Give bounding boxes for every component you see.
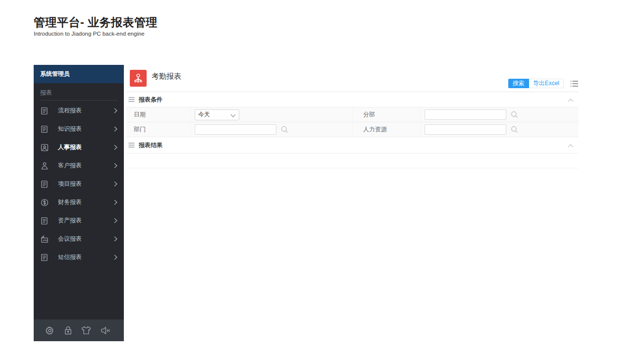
sidebar-item-customer-reports[interactable]: 客户报表 — [34, 156, 124, 175]
hr-label: 人力资源 — [363, 125, 387, 134]
sidebar-item-sms-reports[interactable]: 短信报表 — [34, 248, 124, 266]
date-select[interactable]: 今天 — [195, 109, 239, 120]
results-section-title: 报表结果 — [139, 141, 568, 150]
export-excel-button[interactable]: 导出Excel — [529, 79, 564, 88]
hr-input[interactable] — [425, 124, 506, 135]
collapse-chevron-up-icon[interactable] — [568, 95, 574, 104]
conditions-section-header[interactable]: 报表条件 — [126, 92, 579, 107]
main-content: 考勤报表 搜索 导出Excel 报表条件 日期 今天 — [126, 65, 579, 168]
chevron-right-icon — [114, 235, 117, 244]
hamburger-icon — [128, 141, 135, 150]
sidebar-spacer — [34, 266, 124, 319]
speaker-icon[interactable] — [101, 326, 112, 335]
lock-icon[interactable] — [64, 326, 72, 335]
branch-input[interactable] — [425, 109, 506, 120]
conditions-row-2: 部门 人力资源 — [126, 122, 579, 137]
hamburger-icon — [128, 95, 135, 104]
sidebar-footer — [34, 319, 124, 341]
document-icon — [40, 180, 49, 188]
chevron-right-icon — [114, 143, 117, 152]
chevron-right-icon — [114, 125, 117, 134]
document-icon — [40, 253, 49, 261]
list-view-icon[interactable] — [570, 80, 579, 87]
sidebar-item-meeting-reports[interactable]: 会议报表 — [34, 230, 124, 248]
chevron-right-icon — [114, 253, 117, 262]
chevron-right-icon — [114, 161, 117, 170]
document-icon — [40, 125, 49, 133]
sidebar-item-knowledge-reports[interactable]: 知识报表 — [34, 120, 124, 138]
department-label: 部门 — [134, 125, 146, 134]
magnifier-icon[interactable] — [281, 126, 288, 133]
page-subtitle: Introduction to Jiadong PC back-end engi… — [34, 31, 145, 37]
content-header: 考勤报表 搜索 导出Excel — [126, 65, 579, 92]
sidebar-menu: 流程报表 知识报表 人事报表 客户 — [34, 101, 124, 266]
document-icon — [40, 106, 49, 115]
sidebar-item-asset-reports[interactable]: 资产报表 — [34, 211, 124, 230]
results-section-header[interactable]: 报表结果 — [126, 137, 579, 154]
meeting-chart-icon — [40, 235, 49, 243]
page-title: 管理平台- 业务报表管理 — [34, 15, 158, 30]
magnifier-icon[interactable] — [511, 126, 518, 133]
person-badge-icon — [40, 143, 49, 152]
document-icon — [40, 216, 49, 225]
date-select-value: 今天 — [198, 110, 230, 119]
sidebar-item-project-reports[interactable]: 项目报表 — [34, 175, 124, 193]
report-title: 考勤报表 — [152, 72, 181, 81]
person-icon — [40, 161, 49, 170]
search-button[interactable]: 搜索 — [508, 79, 529, 88]
sidebar-item-finance-reports[interactable]: 财务报表 — [34, 193, 124, 211]
chevron-right-icon — [114, 198, 117, 207]
results-empty-area — [126, 154, 579, 168]
sidebar-section-label: 报表 — [34, 83, 124, 100]
magnifier-icon[interactable] — [511, 111, 518, 118]
conditions-section-title: 报表条件 — [139, 96, 568, 104]
app-window: 管理平台- 业务报表管理 Introduction to Jiadong PC … — [0, 0, 644, 362]
sidebar-item-hr-reports[interactable]: 人事报表 — [34, 138, 124, 156]
dollar-circle-icon — [40, 198, 49, 207]
chevron-right-icon — [114, 106, 117, 115]
gear-icon[interactable] — [45, 326, 54, 335]
sidebar-user-header: 系统管理员 — [34, 65, 124, 83]
attendance-app-icon — [130, 70, 147, 87]
conditions-row-1: 日期 今天 分部 — [126, 107, 579, 122]
chevron-right-icon — [114, 216, 117, 225]
conditions-grid: 日期 今天 分部 部门 人力资源 — [126, 107, 579, 137]
branch-label: 分部 — [363, 110, 375, 119]
chevron-down-icon — [230, 110, 236, 119]
shirt-icon[interactable] — [81, 326, 91, 335]
sidebar-item-process-reports[interactable]: 流程报表 — [34, 102, 124, 120]
sidebar: 系统管理员 报表 流程报表 知识报表 — [34, 65, 124, 341]
date-label: 日期 — [134, 110, 146, 119]
chevron-right-icon — [114, 180, 117, 189]
toolbar: 搜索 导出Excel — [508, 79, 579, 88]
collapse-chevron-up-icon[interactable] — [568, 141, 574, 150]
department-input[interactable] — [195, 124, 276, 135]
